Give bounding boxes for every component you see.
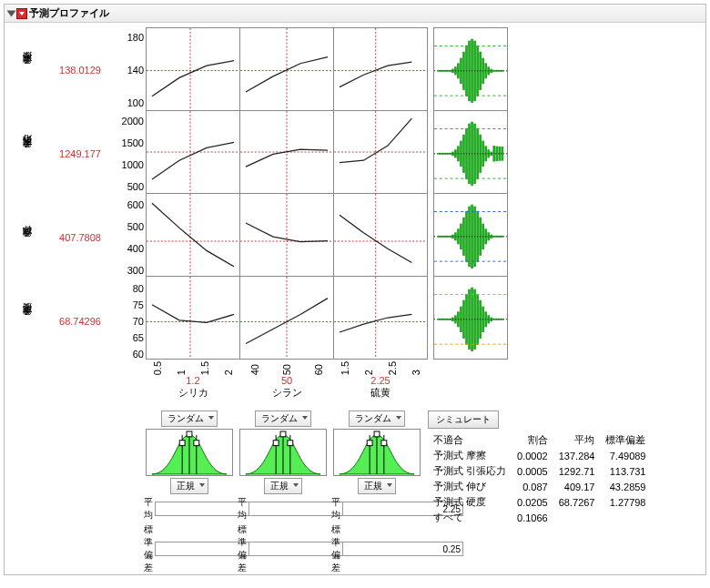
x-name: シリカ bbox=[146, 386, 240, 400]
y-label: 予測式 引張応力 bbox=[8, 112, 46, 196]
th-sd: 標準偏差 bbox=[600, 432, 651, 448]
factor-dist-plot[interactable] bbox=[146, 429, 233, 476]
x-name: シラン bbox=[239, 386, 334, 400]
simulation-block: シミュレート 不適合 割合 平均 標準偏差 予測式 摩擦0.0002137.28… bbox=[428, 411, 651, 574]
svg-rect-141 bbox=[280, 431, 286, 437]
y-value: 1249.177 bbox=[48, 112, 112, 196]
profile-cell[interactable] bbox=[239, 110, 334, 194]
dist-type-dropdown[interactable]: 正規 bbox=[264, 478, 302, 494]
profile-cell[interactable] bbox=[333, 27, 428, 111]
y-label: 予測式 摩擦 bbox=[8, 28, 46, 112]
y-label: 予測式 伸び bbox=[8, 196, 46, 279]
sim-histogram bbox=[433, 27, 508, 111]
table-row: 予測式 摩擦0.0002137.2847.49089 bbox=[428, 448, 651, 463]
th-mean: 平均 bbox=[553, 432, 601, 448]
svg-rect-133 bbox=[179, 441, 185, 446]
profile-cell[interactable] bbox=[333, 193, 428, 277]
profile-cell[interactable] bbox=[239, 193, 334, 277]
table-row: すべて0.1066 bbox=[428, 510, 651, 525]
disclosure-icon[interactable] bbox=[7, 10, 16, 16]
sim-histogram bbox=[433, 110, 508, 194]
y-label: 予測式 硬度 bbox=[8, 279, 46, 363]
x-ticks: 0.511.52 bbox=[146, 361, 240, 375]
sim-histogram bbox=[433, 276, 508, 360]
random-dropdown[interactable]: ランダム bbox=[255, 411, 311, 427]
y-value: 138.0129 bbox=[48, 28, 112, 112]
mean-label: 平均 bbox=[331, 496, 340, 522]
x-ticks: 405060 bbox=[239, 361, 334, 375]
sd-label: 標準偏差 bbox=[238, 523, 247, 574]
factor-controls: ランダム 正規 平均 標準偏差 bbox=[330, 411, 424, 574]
th-rate: 割合 bbox=[512, 432, 553, 448]
profile-cell[interactable] bbox=[146, 193, 240, 277]
profile-cell[interactable] bbox=[146, 110, 240, 194]
y-value: 68.74296 bbox=[48, 279, 112, 363]
factor-controls: ランダム 正規 平均 標準偏差 bbox=[236, 411, 330, 574]
svg-rect-143 bbox=[288, 441, 293, 446]
table-row: 予測式 硬度0.020568.72671.27798 bbox=[428, 494, 651, 510]
lower-section: ランダム 正規 平均 標準偏差 ランダム 正規 平均 標準偏差 ランダム bbox=[5, 411, 705, 574]
profile-cell[interactable] bbox=[333, 110, 428, 194]
profiler-grid: 予測式 摩擦 予測式 引張応力 予測式 伸び 予測式 硬度 138.0129 1… bbox=[5, 23, 705, 405]
svg-rect-147 bbox=[374, 431, 380, 437]
panel-title: 予測プロファイル bbox=[29, 6, 109, 20]
y-axis-labels: 予測式 摩擦 予測式 引張応力 予測式 伸び 予測式 硬度 bbox=[8, 28, 46, 400]
defect-table: 不適合 割合 平均 標準偏差 予測式 摩擦0.0002137.2847.4908… bbox=[428, 432, 651, 525]
svg-rect-149 bbox=[381, 441, 387, 446]
profiler-panel: 予測プロファイル 予測式 摩擦 予測式 引張応力 予測式 伸び 予測式 硬度 1… bbox=[4, 4, 706, 575]
svg-rect-135 bbox=[187, 431, 192, 437]
cells-col: 0.511.524050601.522.53 1.2502.25 シリカシラン硫… bbox=[147, 28, 428, 400]
dist-type-dropdown[interactable]: 正規 bbox=[170, 478, 208, 494]
y-ticks: 180140100 200015001000500 600500400300 8… bbox=[112, 28, 147, 400]
x-name: 硫黄 bbox=[333, 386, 428, 400]
y-value: 407.7808 bbox=[48, 196, 112, 279]
table-row: 予測式 引張応力0.00051292.71113.731 bbox=[428, 463, 651, 479]
sd-label: 標準偏差 bbox=[331, 523, 340, 574]
profile-cell[interactable] bbox=[333, 276, 428, 360]
profile-cell[interactable] bbox=[146, 27, 240, 111]
factor-dist-plot[interactable] bbox=[239, 429, 327, 476]
simulate-button[interactable]: シミュレート bbox=[428, 411, 499, 429]
svg-rect-145 bbox=[367, 441, 372, 446]
dist-type-dropdown[interactable]: 正規 bbox=[358, 478, 396, 494]
factor-dist-plot[interactable] bbox=[333, 429, 421, 476]
svg-rect-137 bbox=[194, 441, 199, 446]
x-value: 2.25 bbox=[333, 375, 428, 386]
random-dropdown[interactable]: ランダム bbox=[349, 411, 405, 427]
mean-label: 平均 bbox=[144, 496, 153, 522]
menu-icon[interactable] bbox=[16, 8, 27, 19]
th-name: 不適合 bbox=[428, 432, 512, 448]
distributions-col bbox=[428, 28, 508, 400]
svg-rect-139 bbox=[273, 441, 279, 446]
x-ticks: 1.522.53 bbox=[333, 361, 428, 375]
table-row: 予測式 伸び0.087409.1743.2859 bbox=[428, 479, 651, 494]
y-current-values: 138.0129 1249.177 407.7808 68.74296 bbox=[48, 28, 112, 400]
profile-cell[interactable] bbox=[239, 276, 334, 360]
profile-cell[interactable] bbox=[146, 276, 240, 360]
profile-cell[interactable] bbox=[239, 27, 334, 111]
panel-header[interactable]: 予測プロファイル bbox=[5, 5, 705, 23]
mean-label: 平均 bbox=[238, 496, 247, 522]
x-value: 50 bbox=[239, 375, 334, 386]
x-value: 1.2 bbox=[146, 375, 240, 386]
factor-controls: ランダム 正規 平均 標準偏差 bbox=[142, 411, 237, 574]
sd-label: 標準偏差 bbox=[144, 523, 153, 574]
random-dropdown[interactable]: ランダム bbox=[161, 411, 218, 427]
sim-histogram bbox=[433, 193, 508, 277]
